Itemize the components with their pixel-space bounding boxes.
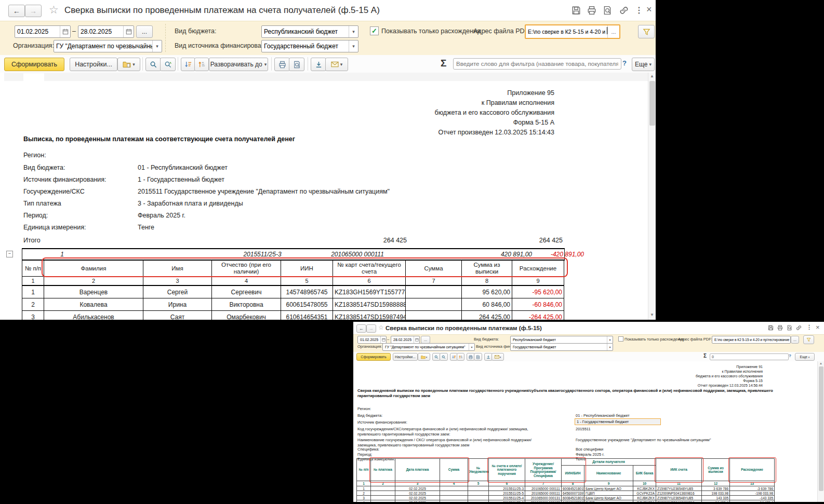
calendar-icon[interactable] xyxy=(414,336,419,343)
only-discrepancies-checkbox[interactable] xyxy=(618,336,623,342)
date-from-input[interactable]: 01.02.2025 xyxy=(357,336,387,344)
highlighted-field-value[interactable]: 1 - Государственный бюджет xyxy=(575,418,661,425)
scroll-thumb[interactable] xyxy=(819,366,823,491)
print-preview-icon[interactable] xyxy=(603,6,612,15)
report-area: Приложение 91 к Правилам исполнения бюдж… xyxy=(353,361,817,502)
link-icon[interactable] xyxy=(619,6,629,15)
vertical-scrollbar[interactable]: ▲ ▼ xyxy=(648,73,656,320)
sigma-icon[interactable]: Σ xyxy=(441,58,446,69)
collapse-group-button[interactable]: − xyxy=(6,251,13,257)
cell: 600845218015 xyxy=(562,486,584,491)
folder-icon xyxy=(421,355,426,359)
organization-select[interactable]: ГУ "Департамент по чрезвычайным ситуация… xyxy=(382,343,475,351)
more-button[interactable]: Еще ▾ xyxy=(795,353,815,361)
more-icon[interactable]: ⋮ xyxy=(806,324,812,331)
magnifier-refresh-icon xyxy=(442,355,446,359)
search-next-button[interactable] xyxy=(160,58,176,71)
filter-funnel-button[interactable] xyxy=(803,335,814,344)
vertical-scrollbar[interactable]: ▲ xyxy=(817,361,824,502)
favorite-star-icon[interactable]: ☆ xyxy=(49,4,59,16)
cell: 2 xyxy=(371,481,395,486)
table-row: 402.02.20252015511/25-6201065000 0001356… xyxy=(357,500,775,502)
print-preview-button[interactable] xyxy=(474,353,482,361)
sort-descending-button[interactable] xyxy=(181,58,195,71)
date-range-separator: – xyxy=(387,337,389,342)
pdf-browse-button[interactable]: ... xyxy=(607,25,619,38)
forward-button[interactable]: → xyxy=(366,324,376,333)
funding-source-select[interactable]: Государственный бюджет ▾ xyxy=(261,40,358,52)
print-icon[interactable] xyxy=(777,325,783,331)
scroll-thumb[interactable] xyxy=(649,81,655,126)
column-header: БИК банка xyxy=(633,466,656,481)
more-button[interactable]: Еще ▾ xyxy=(632,58,655,71)
quick-filter-input[interactable] xyxy=(453,58,621,70)
calendar-icon[interactable] xyxy=(380,336,386,343)
print-icon[interactable] xyxy=(587,6,596,15)
back-button[interactable]: ← xyxy=(356,324,366,333)
favorite-star-icon[interactable]: ☆ xyxy=(378,324,384,331)
settings-button[interactable]: Настройки... xyxy=(70,58,117,71)
close-icon[interactable]: × xyxy=(816,323,820,331)
sigma-icon[interactable]: Σ xyxy=(703,353,707,359)
generate-button[interactable]: Сформировать xyxy=(4,58,64,71)
organization-select[interactable]: ГУ "Департамент по чрезвычайным ▾ xyxy=(54,40,162,52)
quick-filter-input[interactable] xyxy=(710,353,789,360)
expand-to-button[interactable]: Разворачивать до ▾ xyxy=(209,58,268,71)
pdf-path-input[interactable]: E:\по сверке в К2 5-15 и 4-20 и ... xyxy=(525,24,620,39)
scroll-up-icon[interactable]: ▲ xyxy=(650,74,654,78)
forward-button[interactable]: → xyxy=(25,5,42,17)
generate-button[interactable]: Сформировать xyxy=(356,353,391,361)
link-icon[interactable] xyxy=(796,325,802,331)
appendix-block: Приложение 91 к Правилам исполнения бюдж… xyxy=(607,364,763,388)
date-options-button[interactable]: ... xyxy=(421,336,430,344)
settings-button[interactable]: Настройки... xyxy=(393,353,418,361)
more-icon[interactable]: ⋮ xyxy=(635,5,643,15)
only-discrepancies-checkbox[interactable]: ✓ xyxy=(370,26,379,35)
column-header: ИИН/БИН xyxy=(562,466,584,481)
date-to-input[interactable]: 28.02.2025 xyxy=(391,336,420,344)
date-options-button[interactable]: ... xyxy=(136,25,153,38)
field-value: Все специфики xyxy=(576,447,603,452)
scroll-down-icon[interactable]: ▼ xyxy=(650,312,654,317)
sort-ascending-button[interactable] xyxy=(194,58,209,71)
search-button[interactable] xyxy=(145,58,161,71)
report-variants-button[interactable]: ▾ xyxy=(418,353,430,361)
cell: Сергеевич xyxy=(212,285,281,298)
calendar-icon[interactable] xyxy=(123,26,134,37)
filter-funnel-button[interactable] xyxy=(638,25,655,38)
cell: 1 xyxy=(22,285,44,298)
only-discrepancies-label[interactable]: Показывать только расхождения xyxy=(381,28,481,35)
print-preview-icon[interactable] xyxy=(787,325,792,331)
mail-icon xyxy=(331,61,339,67)
date-from-input[interactable]: 01.02.2025 xyxy=(15,25,71,38)
date-to-input[interactable]: 28.02.2025 xyxy=(78,25,134,38)
back-button[interactable]: ← xyxy=(8,5,25,17)
print-button[interactable] xyxy=(274,58,290,71)
budget-type-select[interactable]: Республиканский бюджет ▾ xyxy=(510,336,613,344)
send-mail-button[interactable]: ▾ xyxy=(491,353,504,361)
help-link[interactable]: ? xyxy=(789,353,791,358)
close-icon[interactable]: × xyxy=(646,4,652,15)
cell: Z15987YU236548YU85 xyxy=(656,496,702,500)
column-header: Имя xyxy=(143,260,212,277)
send-mail-button[interactable]: ▾ xyxy=(325,58,348,71)
pdf-browse-button[interactable]: ... xyxy=(791,336,799,344)
column-header: Сумма из выписки xyxy=(702,459,730,481)
funnel-icon xyxy=(806,337,811,342)
scroll-up-icon[interactable]: ▲ xyxy=(819,362,822,365)
save-icon[interactable] xyxy=(768,325,774,331)
save-report-button[interactable] xyxy=(311,58,326,71)
pdf-path-input[interactable]: E:\по сверке в К2 5-15 и 4-20 и пр\тести… xyxy=(712,336,791,344)
sort-ascending-button[interactable] xyxy=(457,353,464,361)
funding-source-select[interactable]: Государственный бюджет ▾ xyxy=(510,343,613,351)
save-icon[interactable] xyxy=(572,6,581,15)
print-preview-button[interactable] xyxy=(289,58,304,71)
report-variants-button[interactable]: ▾ xyxy=(117,58,140,71)
only-discrepancies-label[interactable]: Показывать только расхождения xyxy=(624,337,684,342)
calendar-icon[interactable] xyxy=(60,26,70,37)
search-next-button[interactable] xyxy=(440,353,448,361)
budget-type-label: Вид бюджета: xyxy=(474,337,499,342)
group-row[interactable]: 1 2015511/25-3 201065000 000111 420 891,… xyxy=(22,248,565,261)
help-link[interactable]: ? xyxy=(622,59,627,67)
budget-type-select[interactable]: Республиканский бюджет ▾ xyxy=(261,25,358,38)
